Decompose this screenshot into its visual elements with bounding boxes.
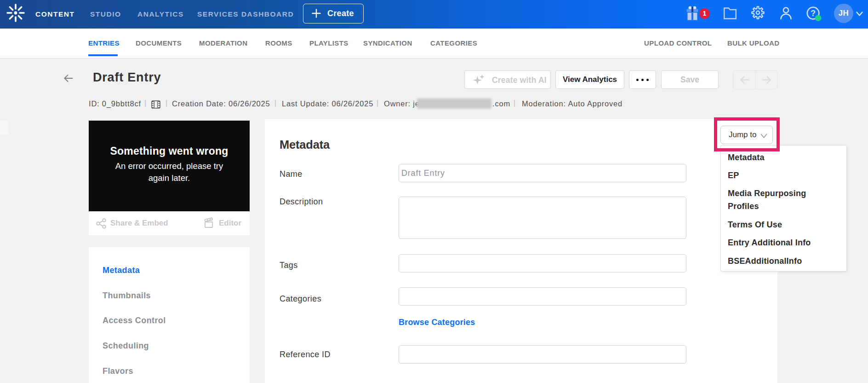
svg-text:?: ? <box>811 9 816 18</box>
